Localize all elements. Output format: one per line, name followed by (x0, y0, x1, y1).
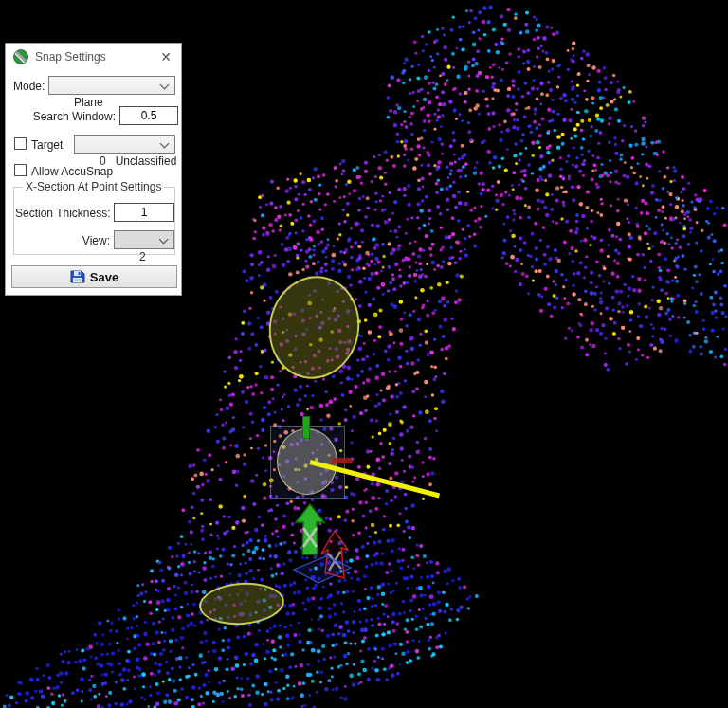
mode-select[interactable]: Plane (48, 76, 175, 95)
view-value: 2 (139, 250, 146, 263)
mode-label: Mode: (13, 80, 45, 93)
view-label: View: (15, 234, 110, 247)
target-class-select[interactable]: 0 Unclassified (74, 135, 175, 154)
viewport: Snap Settings ✕ Mode: Plane Search Windo… (0, 0, 728, 708)
target-label: Target (31, 138, 63, 152)
search-window-input[interactable] (119, 106, 178, 125)
save-button[interactable]: Save (11, 265, 177, 288)
snap-settings-icon (13, 49, 28, 64)
chevron-down-icon (160, 81, 170, 90)
allow-accusnap-checkbox[interactable] (14, 164, 27, 176)
allow-accusnap-label: Allow AccuSnap (31, 165, 113, 178)
view-select[interactable]: 2 (114, 230, 174, 249)
green-handle[interactable] (302, 416, 310, 439)
red-tick[interactable] (332, 458, 353, 463)
search-window-label: Search Window: (13, 110, 116, 123)
section-thickness-input[interactable] (114, 203, 174, 222)
mode-value: Plane (74, 96, 103, 109)
target-checkbox[interactable] (14, 137, 27, 150)
section-thickness-label: Section Thickness: (15, 207, 110, 220)
save-icon (70, 269, 85, 284)
close-icon[interactable]: ✕ (157, 48, 174, 65)
save-button-label: Save (90, 270, 118, 284)
chevron-down-icon (159, 235, 169, 245)
chevron-down-icon (160, 139, 170, 149)
snap-settings-dialog: Snap Settings ✕ Mode: Plane Search Windo… (5, 43, 182, 296)
xsection-group-label: X-Section At Point Settings (23, 180, 164, 193)
blue-wire-plane-icon[interactable] (292, 554, 353, 585)
dialog-title: Snap Settings (35, 50, 106, 64)
dialog-titlebar[interactable]: Snap Settings ✕ (6, 44, 181, 70)
